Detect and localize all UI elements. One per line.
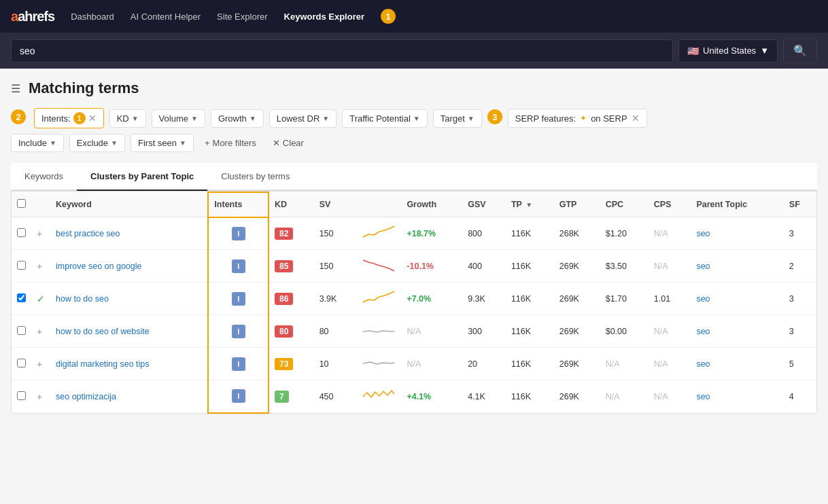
nav-keywords-explorer[interactable]: Keywords Explorer (284, 12, 365, 22)
sf-value: 4 (784, 380, 816, 413)
sparkline-cell (356, 315, 401, 348)
tab-keywords[interactable]: Keywords (11, 163, 77, 191)
first-seen-filter[interactable]: First seen ▼ (131, 134, 194, 152)
include-filter[interactable]: Include ▼ (11, 134, 64, 152)
lowest-dr-filter[interactable]: Lowest DR ▼ (269, 109, 337, 128)
nav-dashboard[interactable]: Dashboard (71, 12, 114, 22)
row-checkbox[interactable] (17, 228, 26, 237)
col-sf: SF (784, 192, 816, 217)
target-filter[interactable]: Target ▼ (433, 109, 482, 128)
kd-label: KD (117, 113, 129, 124)
col-growth[interactable]: Growth (401, 192, 462, 217)
exclude-label: Exclude (77, 138, 108, 148)
logo[interactable]: aahrefs (11, 9, 54, 24)
tabs: Keywords Clusters by Parent Topic Cluste… (11, 163, 817, 191)
parent-topic-link[interactable]: seo (696, 327, 710, 336)
kd-filter[interactable]: KD ▼ (109, 109, 146, 128)
cpc-value: N/A (600, 380, 649, 413)
search-button[interactable]: 🔍 (783, 38, 817, 63)
row-add-icon[interactable]: + (37, 359, 42, 370)
gsv-value: 9.3K (462, 283, 506, 315)
kd-badge: 7 (275, 391, 289, 403)
col-keyword: Keyword (50, 192, 208, 217)
row-checkbox[interactable] (17, 359, 26, 367)
keyword-link[interactable]: how to do seo (56, 294, 109, 304)
row-add-icon[interactable]: + (37, 391, 42, 402)
filter-row-2: Include ▼ Exclude ▼ First seen ▼ + More … (11, 134, 817, 152)
sf-value: 3 (784, 283, 816, 315)
traffic-potential-filter[interactable]: Traffic Potential ▼ (342, 109, 428, 128)
growth-value: N/A (407, 359, 421, 369)
serp-close-icon[interactable]: ✕ (632, 113, 640, 124)
parent-topic-link[interactable]: seo (696, 359, 710, 369)
select-all-checkbox[interactable] (17, 199, 26, 208)
hamburger-icon[interactable]: ☰ (11, 82, 20, 95)
nav-ai-content[interactable]: AI Content Helper (131, 12, 201, 22)
intents-close-icon[interactable]: ✕ (88, 113, 97, 124)
first-seen-arrow-icon: ▼ (179, 139, 186, 147)
tab-clusters-terms[interactable]: Clusters by terms (207, 163, 303, 191)
row-checkbox[interactable] (17, 326, 26, 335)
filter-badge-3: 3 (487, 109, 502, 124)
exclude-filter[interactable]: Exclude ▼ (69, 134, 125, 152)
cpc-value: $1.70 (600, 283, 649, 315)
row-checkbox[interactable] (17, 391, 26, 400)
parent-topic-link[interactable]: seo (696, 294, 710, 304)
sv-value: 80 (314, 315, 357, 348)
nav-site-explorer[interactable]: Site Explorer (217, 12, 267, 22)
gtp-value: 269K (554, 283, 600, 315)
parent-topic-link[interactable]: seo (696, 229, 710, 238)
col-gsv: GSV (462, 192, 506, 217)
intent-badge: I (232, 325, 245, 338)
cpc-value: $3.50 (600, 250, 649, 283)
volume-filter[interactable]: Volume ▼ (152, 109, 205, 128)
serp-filter[interactable]: SERP features: ✦ on SERP ✕ (508, 109, 647, 128)
table-row: + digital marketing seo tips I 73 10 N/A… (12, 348, 816, 380)
keyword-link[interactable]: how to do seo of website (56, 327, 150, 336)
keyword-link[interactable]: seo optimizacija (56, 392, 116, 401)
gsv-value: 20 (462, 348, 506, 380)
row-add-icon[interactable]: + (37, 261, 42, 272)
row-checkbox[interactable] (17, 293, 26, 302)
keyword-link[interactable]: improve seo on google (56, 262, 141, 271)
growth-value: +18.7% (407, 229, 436, 238)
keyword-link[interactable]: best practice seo (56, 229, 120, 238)
tp-value: 116K (506, 315, 554, 348)
col-tp[interactable]: TP ▼ (506, 192, 554, 217)
intents-filter[interactable]: Intents: 1 ✕ (34, 108, 104, 128)
cps-value: N/A (649, 348, 691, 380)
growth-value: N/A (407, 327, 421, 336)
more-filters-button[interactable]: + More filters (199, 134, 262, 151)
gtp-value: 269K (554, 315, 600, 348)
row-add-icon[interactable]: + (37, 326, 42, 337)
search-bar: 🇺🇸 United States ▼ 🔍 (0, 33, 828, 69)
cps-value: N/A (649, 315, 691, 348)
gsv-value: 400 (462, 250, 506, 283)
exclude-arrow-icon: ▼ (111, 139, 118, 147)
parent-topic-link[interactable]: seo (696, 392, 710, 401)
cps-value: N/A (649, 250, 691, 283)
intents-label: Intents: (41, 113, 71, 124)
clear-button[interactable]: ✕ Clear (267, 134, 309, 151)
traffic-potential-arrow-icon: ▼ (413, 115, 420, 122)
cpc-value: $1.20 (600, 217, 649, 250)
search-input[interactable] (11, 39, 673, 62)
intent-badge: I (232, 357, 245, 371)
row-checkbox[interactable] (17, 261, 26, 270)
growth-filter[interactable]: Growth ▼ (211, 109, 264, 128)
parent-topic-link[interactable]: seo (696, 262, 710, 271)
keyword-link[interactable]: digital marketing seo tips (56, 359, 150, 369)
kd-arrow-icon: ▼ (132, 115, 139, 122)
cpc-value: $0.00 (600, 315, 649, 348)
country-selector[interactable]: 🇺🇸 United States ▼ (678, 39, 778, 62)
table-row: ✓ how to do seo I 86 3.9K +7.0% 9.3K 116… (12, 283, 816, 315)
keywords-table: Keyword Intents KD SV Growth GSV TP ▼ GT… (12, 192, 816, 414)
tab-clusters-parent[interactable]: Clusters by Parent Topic (77, 163, 207, 191)
target-label: Target (441, 113, 465, 124)
tp-sort-icon: ▼ (525, 201, 532, 209)
gtp-value: 268K (554, 217, 600, 250)
table-wrapper: Keyword Intents KD SV Growth GSV TP ▼ GT… (11, 191, 817, 414)
country-label: United States (703, 46, 756, 56)
row-add-icon[interactable]: + (37, 228, 42, 239)
tp-value: 116K (506, 348, 554, 380)
